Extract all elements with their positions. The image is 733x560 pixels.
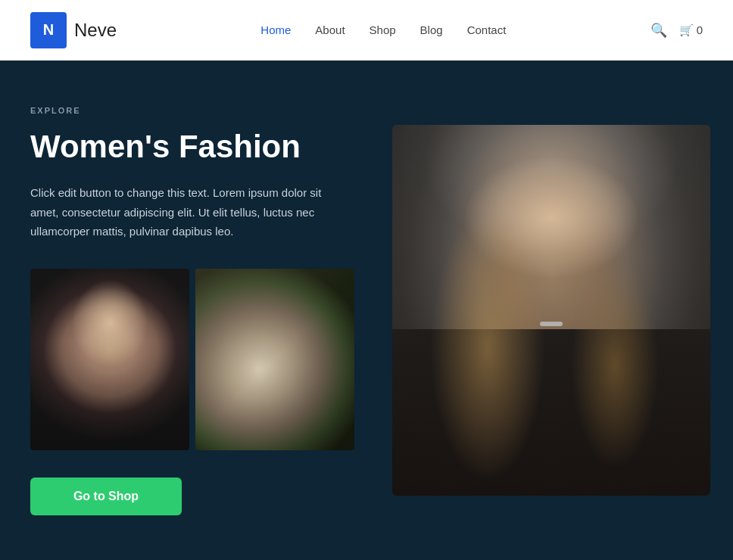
main-content: EXPLORE Women's Fashion Click edit butto… (0, 61, 733, 560)
right-panel (385, 61, 733, 560)
cart-icon: 🛒 (679, 23, 694, 37)
nav-shop[interactable]: Shop (370, 23, 396, 36)
hero-image-container (392, 125, 710, 496)
hero-title: Women's Fashion (30, 129, 354, 165)
nav-blog[interactable]: Blog (420, 23, 443, 36)
logo-text: Neve (74, 20, 117, 41)
search-icon[interactable]: 🔍 (650, 22, 667, 39)
cart-count: 0 (697, 23, 703, 36)
nav-about[interactable]: About (315, 23, 345, 36)
main-nav: Home About Shop Blog Contact (260, 23, 506, 36)
logo-area[interactable]: N Neve (30, 12, 117, 48)
fashion-image-right (195, 269, 354, 450)
fashion-image-left (30, 269, 189, 450)
image-grid (30, 269, 354, 450)
nav-icons: 🔍 🛒 0 (650, 22, 703, 39)
cart-button[interactable]: 🛒 0 (679, 23, 703, 37)
logo-icon: N (30, 12, 67, 48)
header: N Neve Home About Shop Blog Contact 🔍 🛒 … (0, 0, 733, 61)
nav-contact[interactable]: Contact (467, 23, 507, 36)
left-panel: EXPLORE Women's Fashion Click edit butto… (0, 61, 385, 560)
hero-description: Click edit button to change this text. L… (30, 183, 333, 241)
explore-label: EXPLORE (30, 106, 354, 115)
hero-image (392, 125, 710, 496)
nav-home[interactable]: Home (260, 23, 291, 36)
go-to-shop-button[interactable]: Go to Shop (30, 478, 182, 515)
